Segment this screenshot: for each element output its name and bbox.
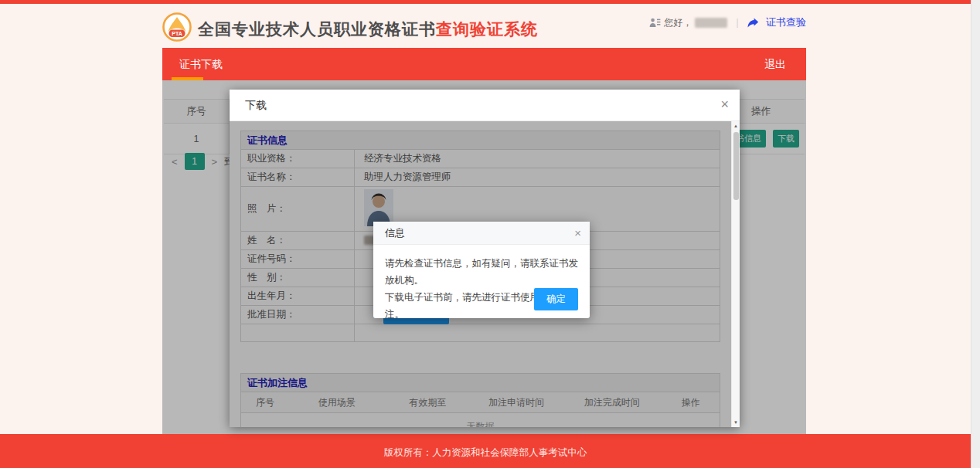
- info-modal: 信息 × 请先检查证书信息，如有疑问，请联系证书发放机构。 下载电子证书前，请先…: [373, 222, 590, 318]
- browser-scrollbar[interactable]: [971, 0, 980, 468]
- logo-text: PTA: [172, 31, 182, 36]
- tab-cert-download[interactable]: 证书下载: [162, 48, 240, 80]
- pta-logo-icon: PTA: [162, 12, 192, 42]
- greeting-text: 您好，: [664, 16, 692, 29]
- logout-button[interactable]: 退出: [744, 48, 806, 80]
- info-modal-footer: 确定: [534, 288, 578, 310]
- copyright-text: 版权所有：人力资源和社会保障部人事考试中心: [384, 446, 587, 468]
- info-modal-message: 请先检查证书信息，如有疑问，请联系证书发放机构。 下载电子证书前，请先进行证书使…: [373, 245, 590, 323]
- scroll-up-icon[interactable]: ▲: [732, 124, 740, 128]
- info-modal-title: 信息: [385, 222, 405, 245]
- site-title: 全国专业技术人员职业资格证书查询验证系统: [198, 19, 538, 40]
- site-title-main: 全国专业技术人员职业资格证书: [198, 20, 436, 38]
- tab-cert-download-label: 证书下载: [179, 58, 223, 70]
- modal-scrollbar[interactable]: ▲ ▼: [731, 121, 740, 427]
- download-modal-header: 下载 ×: [230, 90, 740, 121]
- user-icon: [649, 18, 661, 28]
- divider: ｜: [733, 16, 742, 29]
- ok-button[interactable]: 确定: [534, 288, 578, 310]
- user-name-redacted: [695, 18, 727, 28]
- user-info: 您好， ｜ 证书查验: [649, 15, 806, 29]
- info-modal-close-icon[interactable]: ×: [574, 226, 581, 239]
- navbar: 证书下载 退出: [162, 48, 806, 80]
- scrollbar-thumb[interactable]: [733, 132, 739, 200]
- info-line-1: 请先检查证书信息，如有疑问，请联系证书发放机构。: [385, 255, 578, 289]
- page: PTA 全国专业技术人员职业资格证书查询验证系统 您好， ｜: [0, 0, 980, 468]
- download-modal-title: 下载: [245, 90, 267, 121]
- scroll-down-icon[interactable]: ▼: [732, 420, 740, 425]
- info-modal-header: 信息 ×: [373, 222, 590, 245]
- footer: 版权所有：人力资源和社会保障部人事考试中心: [0, 434, 971, 468]
- download-modal-close-icon[interactable]: ×: [720, 97, 729, 113]
- site-title-accent: 查询验证系统: [436, 20, 538, 38]
- cert-verify-link[interactable]: 证书查验: [766, 15, 806, 29]
- site-header: PTA 全国专业技术人员职业资格证书查询验证系统 您好， ｜: [162, 9, 806, 48]
- top-red-strip: [0, 0, 971, 4]
- share-arrow-icon: [747, 18, 759, 28]
